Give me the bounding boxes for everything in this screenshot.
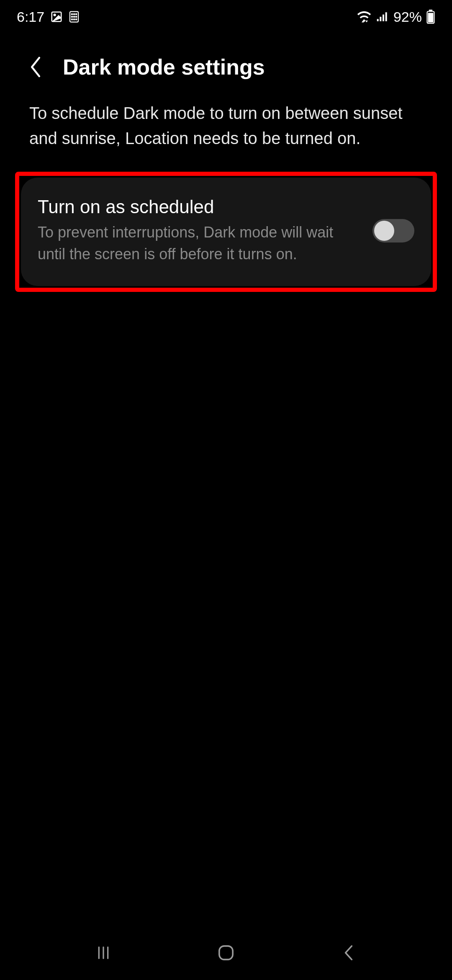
svg-point-7 xyxy=(74,16,75,18)
svg-point-3 xyxy=(72,14,73,15)
svg-point-6 xyxy=(72,16,73,18)
status-left: 6:17 xyxy=(17,9,80,25)
svg-rect-15 xyxy=(385,12,387,21)
status-right: 92% xyxy=(357,9,435,25)
svg-rect-13 xyxy=(380,17,381,21)
page-title: Dark mode settings xyxy=(63,54,265,80)
svg-rect-17 xyxy=(429,10,433,11)
wifi-icon xyxy=(357,10,372,23)
svg-point-4 xyxy=(74,14,75,15)
toggle-knob xyxy=(374,221,394,241)
image-icon xyxy=(50,10,63,23)
svg-point-9 xyxy=(72,19,73,20)
svg-rect-12 xyxy=(377,19,379,21)
card-subtitle: To prevent interruptions, Dark mode will… xyxy=(38,222,360,265)
keyboard-icon xyxy=(69,10,80,23)
status-time: 6:17 xyxy=(17,9,44,25)
card-title: Turn on as scheduled xyxy=(38,196,360,217)
back-nav-button[interactable] xyxy=(332,940,365,965)
svg-rect-22 xyxy=(219,946,233,959)
svg-point-5 xyxy=(76,14,77,15)
battery-icon xyxy=(426,10,435,24)
navigation-bar xyxy=(0,926,452,980)
home-button[interactable] xyxy=(209,940,243,965)
svg-rect-18 xyxy=(428,13,434,23)
status-bar: 6:17 xyxy=(0,0,452,34)
battery-percent: 92% xyxy=(393,9,422,25)
header: Dark mode settings xyxy=(0,34,452,92)
svg-point-1 xyxy=(54,14,56,16)
back-button[interactable] xyxy=(25,57,46,77)
svg-point-11 xyxy=(76,19,77,20)
recents-button[interactable] xyxy=(87,940,120,965)
svg-point-10 xyxy=(74,19,75,20)
page-description: To schedule Dark mode to turn on between… xyxy=(0,92,452,172)
svg-point-8 xyxy=(76,16,77,18)
schedule-card[interactable]: Turn on as scheduled To prevent interrup… xyxy=(21,178,431,286)
card-text: Turn on as scheduled To prevent interrup… xyxy=(38,196,360,265)
svg-rect-14 xyxy=(383,15,384,21)
schedule-toggle[interactable] xyxy=(372,219,414,242)
signal-icon xyxy=(376,11,389,23)
highlight-annotation: Turn on as scheduled To prevent interrup… xyxy=(15,172,437,292)
